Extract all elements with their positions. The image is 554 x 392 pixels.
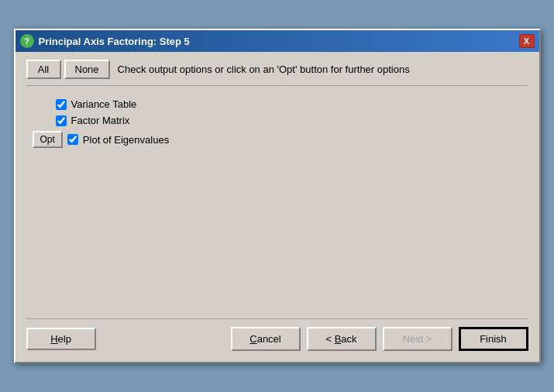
dialog-icon: ? (20, 34, 34, 48)
all-button[interactable]: All (26, 60, 61, 79)
next-button[interactable]: Next > (383, 327, 452, 351)
option-row-variance-table: Variance Table (56, 98, 522, 110)
factor-matrix-label[interactable]: Factor Matrix (56, 115, 130, 126)
dialog-title: Principal Axis Factoring: Step 5 (39, 36, 190, 47)
none-button[interactable]: None (64, 60, 110, 79)
plot-eigenvalues-checkbox[interactable] (67, 134, 78, 145)
factor-matrix-text: Factor Matrix (71, 115, 130, 126)
factor-matrix-checkbox[interactable] (56, 115, 67, 126)
top-bar: All None Check output options or click o… (26, 60, 528, 86)
help-button[interactable]: HHelpelp (26, 328, 96, 350)
option-row-plot-eigenvalues: Opt Plot of Eigenvalues (33, 131, 522, 148)
variance-table-label[interactable]: Variance Table (56, 98, 137, 110)
title-bar: ? Principal Axis Factoring: Step 5 X (15, 30, 539, 52)
close-button[interactable]: X (519, 34, 535, 48)
variance-table-checkbox[interactable] (56, 99, 67, 110)
plot-eigenvalues-label[interactable]: Plot of Eigenvalues (67, 134, 169, 146)
bottom-left-buttons: HHelpelp (26, 328, 96, 350)
opt-button[interactable]: Opt (33, 131, 63, 148)
plot-eigenvalues-text: Plot of Eigenvalues (83, 134, 169, 146)
dialog-window: ? Principal Axis Factoring: Step 5 X All… (14, 29, 541, 363)
dialog-body: All None Check output options or click o… (15, 52, 539, 362)
option-row-factor-matrix: Factor Matrix (56, 115, 522, 126)
top-bar-description: Check output options or click on an 'Opt… (118, 64, 410, 75)
finish-button[interactable]: Finish (459, 327, 528, 351)
options-area: Variance Table Factor Matrix Opt Plot of… (26, 95, 528, 312)
title-bar-left: ? Principal Axis Factoring: Step 5 (20, 34, 190, 48)
back-button[interactable]: < Back (307, 327, 377, 351)
bottom-bar: HHelpelp Cancel < Back Next > Finish (26, 318, 528, 351)
variance-table-text: Variance Table (71, 98, 137, 110)
bottom-right-buttons: Cancel < Back Next > Finish (231, 327, 528, 351)
cancel-button[interactable]: Cancel (231, 327, 301, 351)
